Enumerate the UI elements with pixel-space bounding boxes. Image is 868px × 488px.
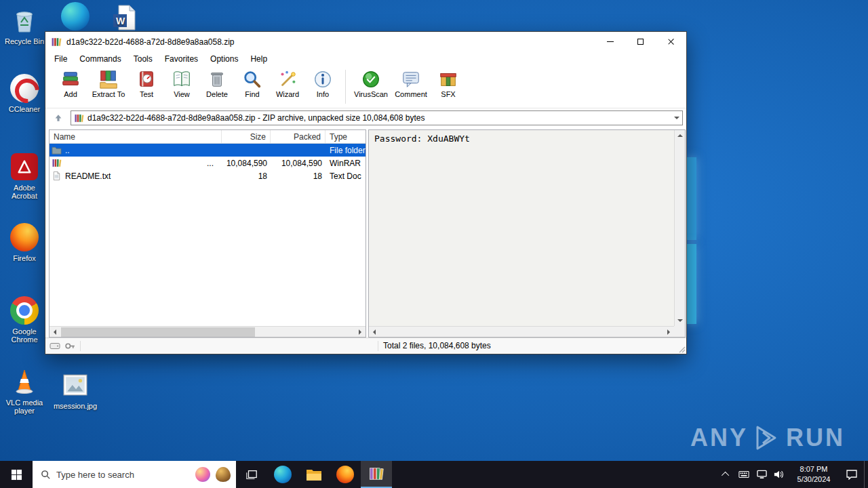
desktop-icon-vlc[interactable]: VLC media player	[0, 367, 49, 415]
taskbar-file-explorer-button[interactable]	[298, 461, 330, 488]
desktop-icon-google-chrome[interactable]: Google Chrome	[0, 296, 49, 344]
comment-icon	[401, 69, 421, 89]
ccleaner-icon	[9, 73, 39, 103]
search-highlight-icon[interactable]	[195, 467, 210, 482]
search-highlight-egg-icon[interactable]	[216, 467, 231, 482]
network-icon	[757, 470, 767, 479]
menu-tools[interactable]: Tools	[127, 52, 159, 66]
action-center-button[interactable]	[840, 461, 864, 488]
menu-help[interactable]: Help	[244, 52, 273, 66]
column-header-type[interactable]: Type	[326, 130, 366, 143]
clock-time: 8:07 PM	[800, 464, 828, 474]
file-row-updir[interactable]: .. File folder	[50, 144, 366, 157]
desktop-icon-edge[interactable]	[51, 1, 100, 33]
task-view-icon	[245, 468, 258, 481]
taskbar-winrar-button[interactable]	[361, 461, 392, 488]
file-list: .. File folder ...	[50, 144, 366, 326]
scroll-left-button[interactable]	[50, 327, 60, 338]
scroll-up-button[interactable]	[675, 130, 686, 141]
file-explorer-icon	[306, 467, 322, 482]
menu-file[interactable]: File	[48, 52, 73, 66]
virusscan-button[interactable]: VirusScan	[351, 68, 391, 106]
search-input[interactable]	[56, 470, 190, 480]
desktop-icon-label: Google Chrome	[0, 327, 49, 344]
combobox-dropdown-button[interactable]	[671, 111, 682, 125]
column-header-name[interactable]: Name	[50, 130, 222, 143]
arrow-down-icon	[677, 319, 683, 322]
scroll-left-button[interactable]	[369, 327, 380, 338]
column-header-size[interactable]: Size	[222, 130, 271, 143]
task-view-button[interactable]	[236, 461, 267, 488]
comment-vertical-scrollbar[interactable]	[674, 130, 685, 326]
desktop-icon-label: Recycle Bin	[0, 37, 49, 45]
taskbar-clock[interactable]: 8:07 PM 5/30/2024	[788, 461, 840, 488]
taskbar-edge-button[interactable]	[267, 461, 298, 488]
file-row-archive[interactable]: ... 10,084,590 10,084,590 WinRAR	[50, 157, 366, 169]
virusscan-icon	[361, 69, 381, 89]
up-one-level-button[interactable]	[50, 110, 67, 125]
column-header-packed[interactable]: Packed	[271, 130, 326, 143]
comment-horizontal-scrollbar[interactable]	[369, 326, 674, 337]
menu-options[interactable]: Options	[204, 52, 244, 66]
packed-cell: 10,084,590	[271, 159, 326, 168]
wizard-button[interactable]: Wizard	[271, 68, 304, 106]
arrow-left-icon	[373, 329, 376, 335]
find-icon	[242, 69, 262, 89]
word-document-icon: W	[109, 3, 139, 33]
find-button[interactable]: Find	[235, 68, 269, 106]
scrollbar-thumb[interactable]	[61, 327, 255, 337]
volume-button[interactable]	[770, 461, 788, 488]
delete-button[interactable]: Delete	[200, 68, 234, 106]
file-row-readme[interactable]: README.txt 18 18 Text Doc	[50, 169, 366, 182]
taskbar-firefox-button[interactable]	[330, 461, 361, 488]
name-cell: ..	[50, 145, 222, 155]
keyboard-icon	[738, 470, 749, 479]
desktop-icon-adobe-acrobat[interactable]: Adobe Acrobat	[0, 152, 49, 200]
status-divider	[80, 341, 81, 351]
desktop-icon-recycle-bin[interactable]: Recycle Bin	[0, 5, 49, 45]
desktop-icon-word-doc[interactable]: W	[100, 3, 149, 35]
minimize-button[interactable]	[595, 32, 625, 52]
menu-commands[interactable]: Commands	[73, 52, 127, 66]
comment-button[interactable]: Comment	[392, 68, 430, 106]
desktop-icon-msession-jpg[interactable]: msession.jpg	[51, 370, 100, 410]
resize-grip[interactable]	[677, 345, 686, 353]
scroll-right-button[interactable]	[663, 327, 674, 338]
file-list-pane: Name Size Packed Type .. File folder	[49, 129, 366, 338]
close-button[interactable]	[656, 32, 686, 52]
start-button[interactable]	[0, 461, 33, 488]
maximize-button[interactable]	[625, 32, 656, 52]
scroll-right-button[interactable]	[355, 327, 366, 338]
firefox-icon	[9, 222, 39, 252]
image-file-icon	[60, 370, 90, 400]
title-bar[interactable]: d1a9c322-b22d-4688-a72d-8d8e9a8aa058.zip	[45, 32, 686, 52]
taskbar-search-box[interactable]	[33, 461, 236, 488]
size-cell: 10,084,590	[222, 159, 271, 168]
wallpaper-logo-bar	[687, 244, 696, 324]
scroll-down-button[interactable]	[675, 315, 686, 326]
toolbar-separator	[345, 70, 346, 104]
desktop-icon-label: CCleaner	[0, 105, 49, 113]
show-desktop-button[interactable]	[864, 461, 868, 488]
test-icon	[136, 69, 157, 89]
status-divider	[378, 341, 378, 351]
minimize-icon	[607, 41, 614, 42]
view-button[interactable]: View	[165, 68, 199, 106]
archive-path-combobox[interactable]: d1a9c322-b22d-4688-a72d-8d8e9a8aa058.zip…	[71, 110, 683, 125]
network-status-button[interactable]	[753, 461, 770, 488]
desktop-icon-ccleaner[interactable]: CCleaner	[0, 73, 49, 113]
add-button[interactable]: Add	[54, 68, 87, 106]
sfx-button[interactable]: SFX	[431, 68, 465, 106]
search-icon	[41, 470, 51, 480]
touch-keyboard-button[interactable]	[735, 461, 753, 488]
menu-favorites[interactable]: Favorites	[159, 52, 204, 66]
size-cell: 18	[222, 171, 271, 181]
extract-to-button[interactable]: Extract To	[89, 68, 128, 106]
tray-expand-button[interactable]	[717, 461, 735, 488]
test-button[interactable]: Test	[130, 68, 163, 106]
clock-date: 5/30/2024	[797, 474, 831, 485]
desktop-icon-firefox[interactable]: Firefox	[0, 222, 49, 262]
horizontal-scrollbar[interactable]	[50, 326, 366, 337]
info-button[interactable]: Info	[306, 68, 340, 106]
desktop-icon-label: msession.jpg	[51, 402, 100, 410]
